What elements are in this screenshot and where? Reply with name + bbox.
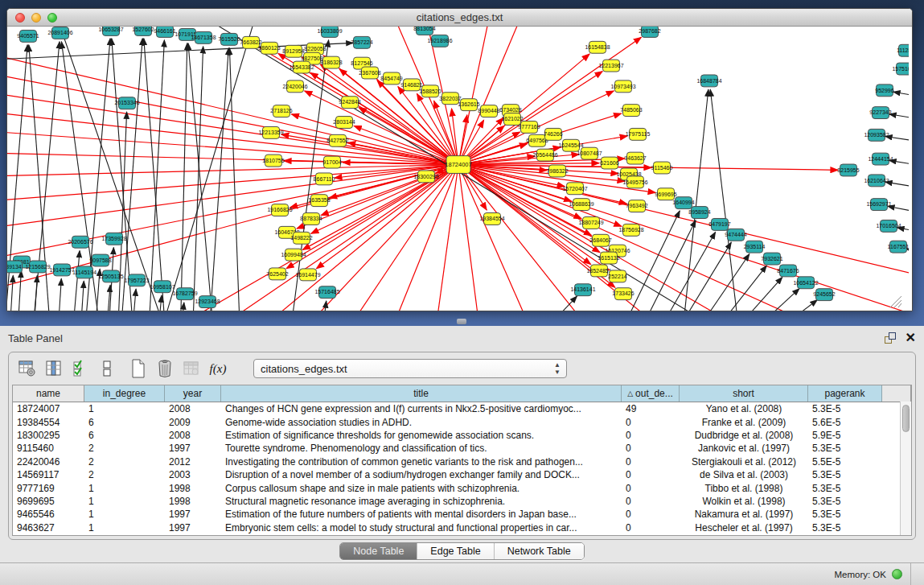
cell-short[interactable]: Hescheler et al. (1997): [680, 522, 808, 534]
table-row[interactable]: 946554611997Estimation of the future num…: [13, 508, 911, 521]
graph-node[interactable]: 6479197: [708, 218, 730, 230]
table-row[interactable]: 1830029562008Estimation of significance …: [13, 429, 911, 442]
graph-node[interactable]: 1733426: [612, 288, 634, 300]
graph-node[interactable]: 952996: [875, 84, 893, 97]
network-canvas[interactable]: 9405571208914061065328715276029466161107…: [7, 27, 912, 311]
graph-node[interactable]: 15692971: [866, 199, 891, 211]
cell-out_degree[interactable]: 0: [622, 430, 680, 441]
tab-node-table[interactable]: Node Table: [340, 543, 417, 559]
network-window[interactable]: citations_edges.txt 94055712089140610653…: [6, 8, 913, 311]
cell-out_degree[interactable]: 0: [622, 522, 680, 534]
graph-node[interactable]: 19142757: [49, 264, 74, 276]
function-builder-button[interactable]: f(x): [207, 358, 228, 379]
column-header-pagerank[interactable]: pagerank: [808, 385, 882, 402]
graph-node[interactable]: 17975115: [626, 128, 651, 140]
table-row[interactable]: 2242004622012Investigating the contribut…: [13, 455, 911, 468]
network-window-titlebar[interactable]: citations_edges.txt: [7, 9, 912, 27]
graph-node[interactable]: 16914479: [295, 269, 320, 281]
cell-name[interactable]: 9115460: [13, 443, 84, 454]
cell-out_degree[interactable]: 49: [622, 403, 680, 414]
graph-node[interactable]: 10654122: [793, 277, 818, 289]
graph-node[interactable]: 8427552: [326, 134, 348, 146]
graph-node[interactable]: 8454749: [380, 72, 402, 84]
show-columns-button[interactable]: [43, 358, 64, 379]
column-header-year[interactable]: year: [165, 385, 221, 402]
cell-name[interactable]: 9463627: [13, 522, 84, 534]
graph-node[interactable]: 9097588: [89, 254, 111, 266]
table-row[interactable]: 1872400712008Changes of HCN gene express…: [13, 402, 911, 415]
graph-node[interactable]: 9405571: [17, 30, 39, 42]
graph-node[interactable]: 1615132: [598, 252, 619, 264]
cell-year[interactable]: 1997: [165, 509, 221, 520]
cell-title[interactable]: Estimation of the future numbers of pati…: [221, 509, 622, 520]
graph-node[interactable]: 1362615: [458, 99, 479, 111]
graph-node[interactable]: 7986322: [546, 165, 568, 177]
graph-node[interactable]: 15720407: [562, 183, 587, 195]
cell-year[interactable]: 1997: [165, 443, 221, 454]
cell-out_degree[interactable]: 0: [622, 417, 680, 428]
cell-in_degree[interactable]: 1: [84, 483, 165, 494]
graph-node[interactable]: 2367608: [359, 67, 380, 79]
cell-out_degree[interactable]: 0: [622, 456, 680, 468]
column-header-name[interactable]: name: [13, 385, 84, 402]
cell-name[interactable]: 9777169: [13, 483, 84, 494]
graph-node[interactable]: 20891406: [47, 27, 72, 39]
cell-name[interactable]: 9699695: [13, 496, 84, 507]
column-header-out_degree[interactable]: △out_de...: [622, 385, 680, 402]
panel-divider-grip[interactable]: [457, 319, 466, 324]
graph-node[interactable]: 2987682: [639, 27, 660, 37]
cell-in_degree[interactable]: 2: [84, 443, 165, 454]
graph-node[interactable]: 39134: [7, 261, 23, 273]
scrollbar-thumb[interactable]: [902, 405, 910, 432]
cell-in_degree[interactable]: 2: [84, 469, 165, 480]
graph-node[interactable]: 9474444: [725, 229, 746, 241]
graph-node[interactable]: 1498222: [290, 232, 312, 244]
cell-short[interactable]: Nakamura et al. (1997): [680, 509, 808, 520]
cell-pagerank[interactable]: 5.3E-5: [808, 483, 882, 494]
graph-node[interactable]: 2803144: [333, 117, 355, 129]
graph-node[interactable]: 8813054: [413, 27, 435, 35]
graph-node[interactable]: 7857224: [351, 36, 372, 48]
table-mode-button[interactable]: [17, 358, 38, 379]
graph-node[interactable]: 22420046: [282, 80, 307, 93]
graph-node[interactable]: 16848784: [696, 75, 721, 87]
cell-name[interactable]: 14569117: [13, 469, 84, 480]
graph-node[interactable]: 1167551: [888, 241, 909, 253]
cell-short[interactable]: Stergiakouli et al. (2012): [680, 456, 808, 468]
graph-node[interactable]: 17359928: [101, 233, 126, 245]
graph-node[interactable]: 1588520: [419, 85, 441, 97]
graph-node[interactable]: 12093582: [864, 129, 889, 141]
resize-grip[interactable]: [911, 563, 924, 585]
graph-node[interactable]: 1112843: [897, 44, 909, 56]
graph-node[interactable]: 20153346: [114, 97, 139, 109]
graph-node[interactable]: 746266: [544, 128, 562, 140]
cell-title[interactable]: Corpus callosum shape and size in male p…: [221, 483, 622, 494]
column-header-short[interactable]: short: [680, 385, 808, 402]
graph-node[interactable]: 2684067: [589, 234, 611, 246]
cell-title[interactable]: Changes of HCN gene expression and I(f) …: [221, 403, 622, 414]
graph-node[interactable]: 7615520: [218, 33, 240, 45]
graph-node[interactable]: 14136141: [570, 284, 595, 296]
graph-node[interactable]: 15751074: [892, 63, 909, 75]
cell-out_degree[interactable]: 0: [622, 469, 680, 480]
table-row[interactable]: 977716911998Corpus callosum shape and si…: [13, 481, 911, 494]
cell-pagerank[interactable]: 5.3E-5: [808, 509, 882, 520]
graph-node[interactable]: 12444154: [868, 153, 893, 165]
cell-pagerank[interactable]: 5.3E-5: [808, 443, 882, 454]
graph-node[interactable]: 15716485: [314, 286, 339, 299]
cell-pagerank[interactable]: 5.3E-5: [808, 469, 882, 480]
cell-in_degree[interactable]: 1: [84, 522, 165, 534]
graph-node[interactable]: 8990448: [478, 105, 499, 117]
graph-node[interactable]: 2935114: [744, 241, 766, 253]
graph-node[interactable]: 9777169: [518, 122, 540, 134]
cell-title[interactable]: Genome-wide association studies in ADHD.: [221, 417, 622, 428]
cell-year[interactable]: 1998: [165, 496, 221, 507]
graph-node[interactable]: 10958107: [150, 281, 175, 293]
graph-node[interactable]: 7485063: [620, 105, 642, 117]
tab-network-table[interactable]: Network Table: [495, 543, 584, 559]
graph-node[interactable]: 16245544: [558, 139, 583, 151]
cell-out_degree[interactable]: 0: [622, 443, 680, 454]
graph-node[interactable]: 1621022: [501, 113, 523, 126]
cell-in_degree[interactable]: 1: [84, 496, 165, 507]
graph-node[interactable]: 16210643: [864, 175, 889, 187]
